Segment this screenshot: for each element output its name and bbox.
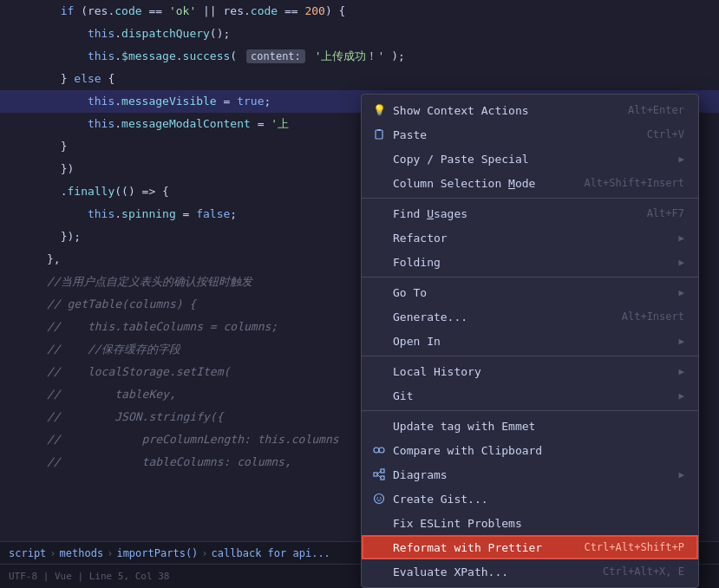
menu-label: Update tag with Emmet <box>393 420 535 433</box>
svg-line-8 <box>377 474 381 478</box>
git-icon <box>372 389 386 402</box>
svg-point-9 <box>375 494 384 504</box>
svg-line-7 <box>377 471 381 474</box>
menu-label: Paste <box>393 128 427 141</box>
paste-icon <box>372 127 386 141</box>
menu-item-column-selection[interactable]: Column Selection Mode Alt+Shift+Insert <box>362 171 698 195</box>
code-line: } else { <box>0 68 719 90</box>
prettier-icon <box>372 540 386 554</box>
menu-item-compare-clipboard[interactable]: Compare with Clipboard <box>362 438 698 462</box>
menu-label: Show Context Actions <box>393 104 529 117</box>
menu-label: Compare with Clipboard <box>393 444 542 457</box>
compare-icon <box>372 443 386 457</box>
menu-label: Generate... <box>393 310 467 323</box>
svg-rect-1 <box>377 129 381 131</box>
menu-label: Reformat with Prettier <box>393 541 542 554</box>
code-line: this.dispatchQuery(); <box>0 23 719 45</box>
submenu-arrow: ▶ <box>678 390 684 402</box>
submenu-arrow: ▶ <box>678 469 684 480</box>
menu-label: Copy / Paste Special <box>393 153 529 166</box>
breadcrumb-item[interactable]: methods <box>60 547 104 559</box>
menu-label: Diagrams <box>393 468 448 481</box>
menu-item-paste[interactable]: Paste Ctrl+V <box>362 122 698 147</box>
menu-separator <box>362 410 698 411</box>
menu-label: Fix ESLint Problems <box>393 517 522 530</box>
submenu-arrow: ▶ <box>678 232 684 244</box>
breadcrumb-separator: › <box>107 547 113 559</box>
menu-item-copy-paste-special[interactable]: Copy / Paste Special ▶ <box>362 147 698 171</box>
status-info: UTF-8 | Vue | Line 5, Col 38 <box>9 571 169 582</box>
github-icon <box>372 492 386 506</box>
menu-label: Folding <box>393 256 441 269</box>
breadcrumb-item[interactable]: importParts() <box>116 547 198 559</box>
refactor-icon <box>372 231 386 245</box>
code-line: this.$message.success( content: '上传成功！' … <box>0 45 719 68</box>
menu-label: Go To <box>393 286 427 299</box>
menu-shortcut: Alt+F7 <box>647 207 684 219</box>
menu-shortcut: Alt+Enter <box>628 104 684 116</box>
history-icon <box>372 364 386 378</box>
menu-item-create-gist[interactable]: Create Gist... <box>362 487 698 511</box>
menu-separator <box>362 356 698 356</box>
menu-label: Refactor <box>393 232 448 245</box>
open-icon <box>372 334 386 348</box>
find-icon <box>372 206 386 220</box>
svg-point-2 <box>374 448 379 453</box>
context-menu: 💡 Show Context Actions Alt+Enter Paste C… <box>361 94 699 588</box>
tag-icon <box>372 419 386 433</box>
menu-label: Find Usages <box>393 207 467 220</box>
svg-rect-4 <box>374 473 377 476</box>
menu-item-diagrams[interactable]: Diagrams ▶ <box>362 462 698 487</box>
menu-label: Open In <box>393 335 441 348</box>
submenu-arrow: ▶ <box>678 257 684 268</box>
menu-item-open-in[interactable]: Open In ▶ <box>362 329 698 353</box>
breadcrumb-separator: › <box>49 547 56 559</box>
xpath-icon <box>372 565 386 578</box>
menu-item-goto[interactable]: Go To ▶ <box>362 280 698 304</box>
menu-label: Evaluate XPath... <box>393 565 508 578</box>
menu-item-folding[interactable]: Folding ▶ <box>362 250 698 274</box>
menu-item-git[interactable]: Git ▶ <box>362 383 698 408</box>
menu-item-local-history[interactable]: Local History ▶ <box>362 359 698 383</box>
svg-rect-5 <box>381 469 384 473</box>
goto-icon <box>372 285 386 299</box>
breadcrumb-item[interactable]: script <box>9 547 46 559</box>
submenu-arrow: ▶ <box>678 336 684 347</box>
menu-item-generate[interactable]: Generate... Alt+Insert <box>362 304 698 329</box>
menu-shortcut: Ctrl+Alt+Shift+P <box>584 541 684 553</box>
eslint-icon <box>372 516 386 530</box>
menu-item-find-usages[interactable]: Find Usages Alt+F7 <box>362 201 698 225</box>
menu-label: Git <box>393 389 413 402</box>
menu-item-refactor[interactable]: Refactor ▶ <box>362 225 698 250</box>
menu-label: Create Gist... <box>393 493 488 506</box>
menu-shortcut: Ctrl+V <box>647 128 684 140</box>
breadcrumb-separator: › <box>201 547 207 559</box>
menu-separator <box>362 198 698 199</box>
svg-point-3 <box>379 448 384 453</box>
column-icon <box>372 176 386 190</box>
submenu-arrow: ▶ <box>678 366 684 377</box>
menu-shortcut: Ctrl+Alt+X, E <box>603 565 684 578</box>
menu-shortcut: Alt+Insert <box>622 310 684 323</box>
svg-rect-0 <box>376 130 382 139</box>
menu-item-update-tag[interactable]: Update tag with Emmet <box>362 414 698 438</box>
submenu-arrow: ▶ <box>678 287 684 298</box>
menu-separator <box>362 277 698 278</box>
menu-label: Column Selection Mode <box>393 177 535 190</box>
menu-item-show-context[interactable]: 💡 Show Context Actions Alt+Enter <box>362 98 698 122</box>
generate-icon <box>372 310 386 323</box>
menu-label: Local History <box>393 365 481 378</box>
menu-shortcut: Alt+Shift+Insert <box>584 177 684 189</box>
diagram-icon <box>372 467 386 481</box>
lightbulb-icon: 💡 <box>372 103 386 117</box>
menu-item-fix-eslint[interactable]: Fix ESLint Problems <box>362 511 698 535</box>
copy-icon <box>372 152 386 166</box>
menu-item-reformat-prettier[interactable]: Reformat with Prettier Ctrl+Alt+Shift+P <box>362 535 698 559</box>
menu-item-evaluate-xpath[interactable]: Evaluate XPath... Ctrl+Alt+X, E <box>362 559 698 584</box>
folding-icon <box>372 255 386 269</box>
breadcrumb-item[interactable]: callback for api... <box>212 547 330 559</box>
code-line: if (res.code == 'ok' || res.code == 200)… <box>0 0 719 23</box>
submenu-arrow: ▶ <box>678 154 684 165</box>
svg-rect-6 <box>381 476 384 480</box>
